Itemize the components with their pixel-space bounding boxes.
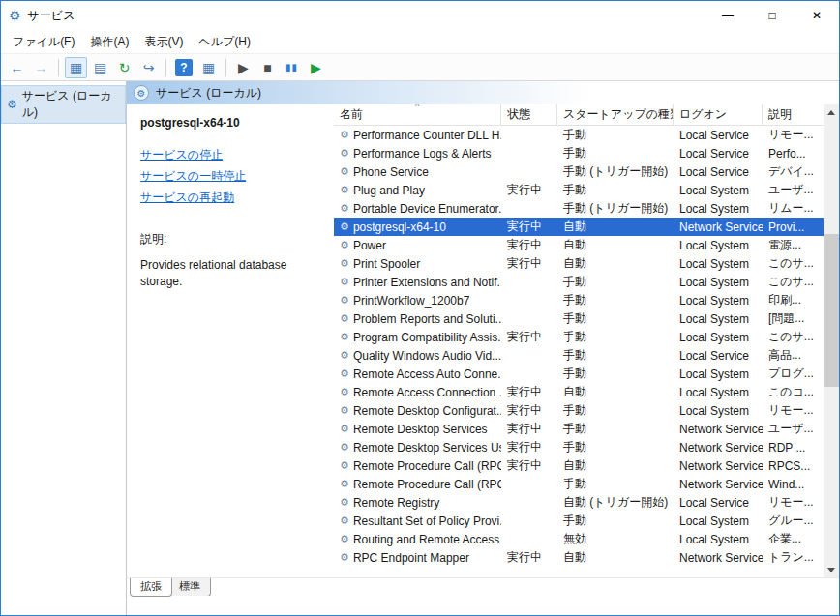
table-row[interactable]: ⚙Resultant Set of Policy Provi...手動Local… [334, 512, 824, 530]
column-header-startup-type[interactable]: スタートアップの種類 [557, 104, 674, 125]
scrollbar-track[interactable] [824, 120, 839, 562]
logon-cell: Local Service [674, 147, 763, 161]
service-gear-icon: ⚙ [340, 387, 349, 397]
startup-type-cell: 自動 (トリガー開始) [557, 494, 674, 511]
pause-service-button[interactable]: ▮▮ [281, 57, 303, 78]
description-cell: リモー... [763, 127, 824, 143]
scrollbar-thumb[interactable] [824, 234, 839, 387]
content-body: postgresql-x64-10 サービスの停止 サービスの一時停止 サービス… [127, 104, 839, 577]
table-row[interactable]: ⚙Phone Service手動 (トリガー開始)Local Serviceデバ… [334, 162, 824, 181]
status-cell: 実行中 [501, 219, 557, 235]
maximize-button[interactable]: □ [750, 1, 795, 30]
title-bar: ⚙ サービス — □ ✕ [1, 1, 839, 30]
tab-extended[interactable]: 拡張 [130, 578, 172, 597]
extended-view-button[interactable]: ▦ [197, 57, 220, 78]
logon-cell: Local System [674, 386, 763, 399]
close-button[interactable]: ✕ [795, 1, 839, 30]
table-row[interactable]: ⚙Remote Desktop Services実行中手動Network Ser… [334, 420, 824, 438]
tree-item-label: サービス (ローカル) [22, 88, 120, 121]
table-row[interactable]: ⚙Print Spooler実行中自動Local Systemこのサ... [334, 254, 824, 273]
table-row[interactable]: ⚙postgresql-x64-10実行中自動Network ServicePr… [334, 218, 824, 236]
table-row[interactable]: ⚙Remote Procedure Call (RPC)実行中自動Network… [334, 456, 824, 475]
table-row[interactable]: ⚙PrintWorkflow_1200b7手動Local System印刷... [334, 291, 824, 309]
refresh-button[interactable]: ↻ [113, 57, 135, 78]
table-row[interactable]: ⚙Performance Logs & Alerts手動Local Servic… [334, 144, 824, 162]
table-row[interactable]: ⚙Printer Extensions and Notif...手動Local … [334, 273, 824, 291]
service-name-cell: ⚙Program Compatibility Assis... [334, 331, 501, 344]
service-name-cell: ⚙RPC Endpoint Mapper [334, 551, 501, 565]
startup-type-cell: 手動 [557, 402, 674, 419]
logon-cell: Network Service [674, 459, 763, 473]
tab-standard[interactable]: 標準 [168, 578, 211, 597]
table-row[interactable]: ⚙Remote Registry自動 (トリガー開始)Local Service… [334, 493, 824, 512]
minimize-button[interactable]: — [705, 1, 750, 30]
logon-cell: Local System [674, 514, 763, 528]
description-cell: リモー... [763, 494, 824, 511]
table-row[interactable]: ⚙Performance Counter DLL H...手動Local Ser… [334, 126, 824, 144]
start-service-button[interactable]: ▶ [232, 57, 255, 78]
menu-help[interactable]: ヘルプ(H) [191, 31, 258, 53]
restart-service-button[interactable]: ▶ [305, 57, 327, 78]
show-console-tree-button[interactable]: ▦ [65, 57, 87, 78]
vertical-scrollbar[interactable] [824, 104, 839, 577]
help-button[interactable]: ? [175, 59, 193, 76]
table-row[interactable]: ⚙RPC Endpoint Mapper実行中自動Network Service… [334, 548, 824, 567]
column-header-name[interactable]: ^ 名前 [334, 104, 501, 125]
logon-cell: Local System [674, 404, 763, 418]
service-gear-icon: ⚙ [340, 515, 349, 526]
table-row[interactable]: ⚙Problem Reports and Soluti...手動Local Sy… [334, 309, 824, 328]
table-row[interactable]: ⚙Portable Device Enumerator...手動 (トリガー開始… [334, 199, 824, 218]
menu-view[interactable]: 表示(V) [136, 31, 191, 53]
service-name-cell: ⚙Performance Counter DLL H... [334, 129, 501, 142]
status-cell: 実行中 [501, 384, 557, 400]
table-row[interactable]: ⚙Remote Desktop Services Us...実行中手動Netwo… [334, 438, 824, 456]
description-cell: 高品... [763, 347, 824, 364]
status-cell: 実行中 [501, 329, 557, 345]
table-row[interactable]: ⚙Quality Windows Audio Vid...手動Local Ser… [334, 346, 824, 365]
scroll-up-button[interactable] [824, 104, 839, 120]
table-row[interactable]: ⚙Routing and Remote Access無効Local System… [334, 530, 824, 548]
table-row[interactable]: ⚙Remote Access Auto Conne...手動Local Syst… [334, 365, 824, 383]
column-header-description[interactable]: 説明 [763, 104, 824, 125]
table-row[interactable]: ⚙Remote Desktop Configurat...実行中手動Local … [334, 401, 824, 420]
logon-cell: Network Service [674, 220, 763, 234]
stop-service-link[interactable]: サービスの停止 [140, 147, 322, 163]
menu-file[interactable]: ファイル(F) [5, 31, 82, 53]
status-cell: 実行中 [501, 439, 557, 455]
column-header-logon[interactable]: ログオン [674, 104, 763, 125]
startup-type-cell: 手動 [557, 366, 674, 382]
column-header-status[interactable]: 状態 [501, 104, 557, 125]
startup-type-cell: 手動 [557, 421, 674, 437]
sort-ascending-icon: ^ [415, 104, 419, 111]
service-gear-icon: ⚙ [340, 368, 349, 379]
description-cell: RPCS... [763, 459, 824, 473]
menu-action[interactable]: 操作(A) [82, 31, 136, 53]
description-cell: このコ... [763, 384, 824, 400]
forward-button[interactable]: → [30, 57, 52, 78]
table-row[interactable]: ⚙Remote Access Connection ...実行中自動Local … [334, 383, 824, 401]
tree-item-services-local[interactable]: ⚙ サービス (ローカル) [1, 85, 126, 124]
app-icon: ⚙ [9, 9, 21, 22]
logon-cell: Local Service [674, 165, 763, 179]
table-row[interactable]: ⚙Program Compatibility Assis...実行中手動Loca… [334, 328, 824, 346]
service-name-cell: ⚙Routing and Remote Access [334, 533, 501, 546]
stop-service-button[interactable]: ■ [256, 57, 279, 78]
startup-type-cell: 手動 [557, 145, 674, 161]
table-row[interactable]: ⚙Power実行中自動Local System電源... [334, 236, 824, 254]
status-cell: 実行中 [501, 255, 557, 272]
service-rows: ⚙Performance Counter DLL H...手動Local Ser… [334, 126, 824, 577]
scroll-down-button[interactable] [824, 562, 839, 577]
pause-service-link[interactable]: サービスの一時停止 [140, 168, 322, 185]
startup-type-cell: 手動 [557, 182, 674, 198]
properties-button[interactable]: ▤ [89, 57, 111, 78]
description-cell: 電源... [763, 237, 824, 253]
table-row[interactable]: ⚙Remote Procedure Call (RPC...手動Network … [334, 475, 824, 493]
table-row[interactable]: ⚙Plug and Play実行中手動Local Systemユーザ... [334, 181, 824, 199]
back-button[interactable]: ← [6, 57, 28, 78]
logon-cell: Local System [674, 184, 763, 197]
restart-service-link[interactable]: サービスの再起動 [140, 190, 322, 206]
service-gear-icon: ⚙ [340, 148, 349, 159]
service-name-cell: ⚙Plug and Play [334, 184, 501, 197]
logon-cell: Local Service [674, 349, 763, 363]
export-list-button[interactable]: ↪ [137, 57, 160, 78]
